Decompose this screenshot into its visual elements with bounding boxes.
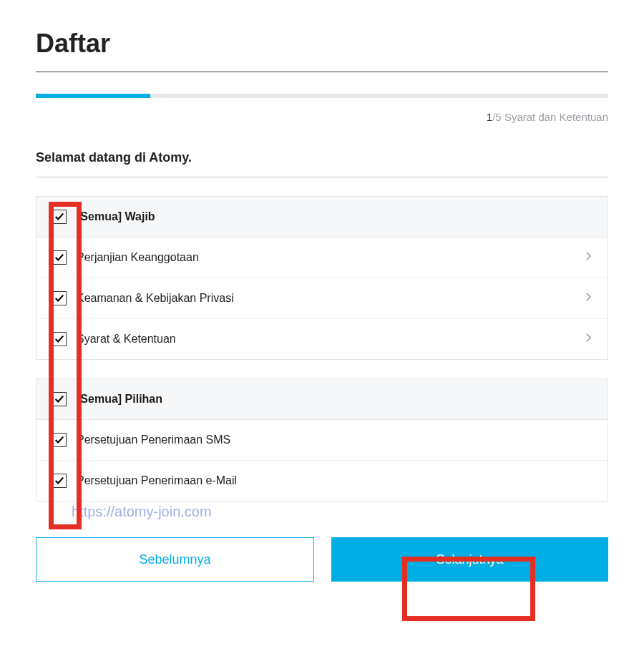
list-item: Persetujuan Penerimaan e-Mail <box>36 460 608 501</box>
checkbox-membership-agreement[interactable] <box>52 250 67 265</box>
required-section: [Semua] Wajib Perjanjian Keanggotaan Kea… <box>36 196 608 360</box>
item-label: Persetujuan Penerimaan SMS <box>77 434 592 446</box>
progress-bar: 1/5 Syarat dan Ketentuan <box>36 94 608 123</box>
item-label: Persetujuan Penerimaan e-Mail <box>77 474 592 487</box>
checkbox-privacy-policy[interactable] <box>52 291 67 305</box>
checkbox-terms[interactable] <box>52 332 67 346</box>
checkbox-all-optional[interactable] <box>52 392 67 406</box>
checkbox-email-consent[interactable] <box>52 474 67 488</box>
list-item: Perjanjian Keanggotaan <box>36 238 608 278</box>
item-label: Syarat & Ketentuan <box>77 333 585 346</box>
required-all-label: [Semua] Wajib <box>77 210 592 223</box>
list-item: Keamanan & Kebijakan Privasi <box>36 278 608 318</box>
required-all-row: [Semua] Wajib <box>36 197 608 238</box>
progress-step-label: 1/5 Syarat dan Ketentuan <box>36 111 608 123</box>
welcome-text: Selamat datang di Atomy. <box>36 150 608 177</box>
chevron-right-icon[interactable] <box>585 333 592 346</box>
checkbox-sms-consent[interactable] <box>52 433 67 447</box>
list-item: Persetujuan Penerimaan SMS <box>36 420 608 460</box>
checkbox-all-required[interactable] <box>52 210 67 224</box>
watermark-text: https://atomy-join.com <box>72 504 212 520</box>
list-item: Syarat & Ketentuan <box>36 318 608 359</box>
previous-button[interactable]: Sebelumnya <box>36 537 314 582</box>
page-title: Daftar <box>36 29 608 72</box>
optional-all-row: [Semua] Pilihan <box>36 379 608 420</box>
item-label: Keamanan & Kebijakan Privasi <box>77 292 585 305</box>
item-label: Perjanjian Keanggotaan <box>77 251 585 264</box>
optional-section: [Semua] Pilihan Persetujuan Penerimaan S… <box>36 378 608 501</box>
chevron-right-icon[interactable] <box>585 251 592 264</box>
button-bar: Sebelumnya Selanjutnya <box>36 537 608 582</box>
next-button[interactable]: Selanjutnya <box>331 537 608 582</box>
optional-all-label: [Semua] Pilihan <box>77 393 592 406</box>
chevron-right-icon[interactable] <box>585 292 592 305</box>
